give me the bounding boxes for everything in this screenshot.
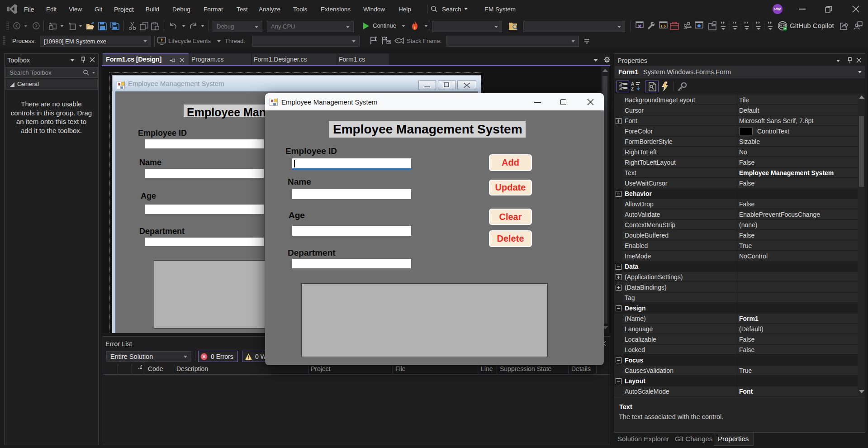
svg-text:A: A (631, 81, 634, 86)
svg-text:Z: Z (631, 86, 634, 91)
